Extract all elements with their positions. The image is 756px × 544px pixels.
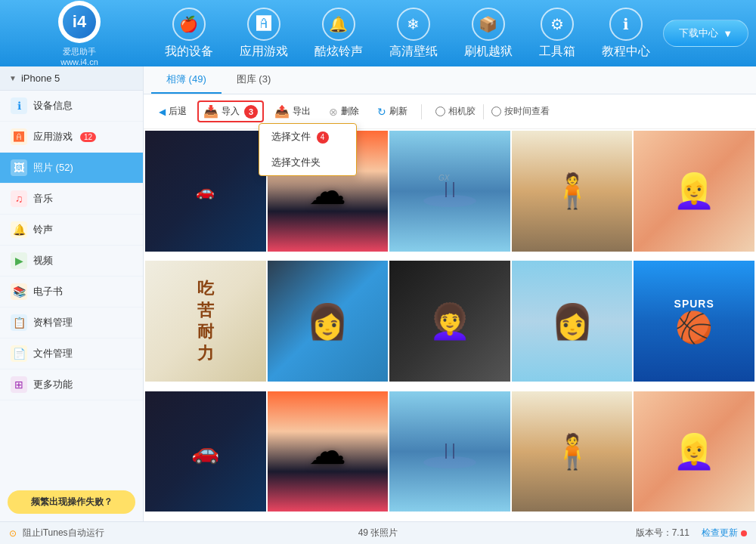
video-icon: ▶ [11,252,27,269]
sidebar-item-data-mgmt-label: 资料管理 [33,316,73,329]
photo-cell-9[interactable]: 👩 [512,261,633,382]
nav-bar: 🍎 我的设备 🅰 应用游戏 🔔 酷炫铃声 ❄ 高清壁纸 📦 刷机越狱 ⚙ 工具箱… [151,2,663,66]
download-arrow-icon: ▼ [723,28,733,39]
sidebar-item-video[interactable]: ▶ 视频 [0,246,143,277]
trouble-button[interactable]: 频繁出现操作失败？ [8,490,135,514]
jailbreak-icon: 📦 [472,8,505,41]
photos-icon: 🖼 [11,159,27,176]
logo-url: www.i4.cn [60,57,98,66]
statusbar-left: ⊙ 阻止iTunes自动运行 [9,527,104,539]
bytime-label: 按时间查看 [504,105,550,118]
toolbar: ◀ 后退 📥 导入 3 📤 导出 ⊗ 删除 ↻ 刷新 [144,94,756,129]
toolbox-icon: ⚙ [541,8,574,41]
nav-tutorials-label: 教程中心 [602,44,650,60]
file-mgmt-icon: 📄 [11,345,27,362]
bytime-radio[interactable] [491,107,501,116]
sidebar-item-device-info[interactable]: ℹ 设备信息 [0,91,143,122]
sidebar-item-file-mgmt[interactable]: 📄 文件管理 [0,338,143,369]
sidebar-item-music-label: 音乐 [33,192,53,206]
photo-cell-13[interactable] [389,391,510,512]
download-label: 下载中心 [679,26,718,40]
download-center-button[interactable]: 下载中心 ▼ [663,20,748,47]
sidebar-item-photos-label: 照片 (52) [33,161,73,175]
photo-overlay-10: SPURS 🏀 [634,261,754,382]
photo-cell-14[interactable]: 🧍 [512,391,633,512]
ebooks-icon: 📚 [11,283,27,300]
export-button[interactable]: 📤 导出 [267,100,318,122]
photo-cell-11[interactable]: 🚗 [145,391,266,512]
photo-overlay-15: 👱‍♀️ [634,391,754,512]
select-file-item[interactable]: 选择文件 4 [259,124,356,150]
import-button[interactable]: 📥 导入 [203,104,240,119]
nav-tutorials[interactable]: ℹ 教程中心 [590,2,662,66]
stop-itunes-icon: ⊙ [9,528,17,539]
photo-cell-8[interactable]: 👩‍🦱 [389,261,510,382]
photo-cell-15[interactable]: 👱‍♀️ [634,391,754,512]
tab-album[interactable]: 相簿 (49) [151,66,222,94]
select-file-label: 选择文件 [271,131,311,142]
delete-button[interactable]: ⊗ 删除 [321,101,367,122]
nav-apps-games[interactable]: 🅰 应用游戏 [228,2,300,66]
device-arrow-icon: ▼ [9,74,17,82]
photo-cell-12[interactable]: ☁ [268,391,389,512]
tab-gallery[interactable]: 图库 (3) [222,66,287,94]
nav-toolbox-label: 工具箱 [539,44,575,60]
sidebar-item-ringtones[interactable]: 🔔 铃声 [0,215,143,246]
check-update-label: 检查更新 [702,527,738,539]
select-folder-item[interactable]: 选择文件夹 [259,150,356,175]
import-button-container: 📥 导入 3 [197,100,264,122]
export-icon: 📤 [274,104,290,119]
nav-wallpapers[interactable]: ❄ 高清壁纸 [377,2,450,66]
check-update-button[interactable]: 检查更新 [702,527,747,539]
apps-badge: 12 [80,132,96,142]
photo-cell-7[interactable]: 👩 [268,261,389,382]
sidebar-item-music[interactable]: ♫ 音乐 [0,184,143,215]
photo-cell-3[interactable]: GX [389,131,510,252]
photo-count: 49 张照片 [358,527,398,539]
logo-icon: i4 [58,1,101,43]
export-label: 导出 [293,105,311,118]
sidebar-item-apps-label: 应用游戏 [33,130,73,144]
more-icon: ⊞ [11,376,27,393]
version-label: 版本号：7.11 [636,527,689,539]
photo-cell-5[interactable]: 👱‍♀️ [634,131,754,252]
nav-ringtones[interactable]: 🔔 酷炫铃声 [302,2,375,66]
sidebar-item-data-mgmt[interactable]: 📋 资料管理 [0,308,143,338]
svg-point-0 [423,195,476,207]
photo-cell-6[interactable]: 吃 苦 耐 力 [145,261,266,382]
ringtone-icon: 🔔 [11,221,27,238]
nav-jailbreak[interactable]: 📦 刷机越狱 [452,2,525,66]
sidebar-item-ebooks-label: 电子书 [33,285,63,298]
photo-cell-4[interactable]: 🧍 [512,131,633,252]
sidebar-item-apps[interactable]: 🅰 应用游戏 12 [0,122,143,153]
nav-my-device[interactable]: 🍎 我的设备 [153,2,225,66]
photo-overlay-7: 👩 [268,261,389,382]
header: i4 爱思助手 www.i4.cn 🍎 我的设备 🅰 应用游戏 🔔 酷炫铃声 ❄… [0,0,756,66]
toolbar-separator [421,104,422,119]
photo-overlay-8: 👩‍🦱 [389,261,510,382]
photo-overlay-3: GX [389,131,510,252]
photo-cell-1[interactable]: 🚗 [145,131,266,252]
sidebar-item-more[interactable]: ⊞ 更多功能 [0,369,143,400]
sidebar-item-photos[interactable]: 🖼 照片 (52) [0,153,143,184]
sidebar-item-ebooks[interactable]: 📚 电子书 [0,277,143,308]
photo-cell-10[interactable]: SPURS 🏀 [634,261,754,382]
bytime-radio-label[interactable]: 按时间查看 [491,105,550,118]
photo-overlay-4: 🧍 [512,131,633,252]
photo-overlay-5: 👱‍♀️ [634,131,754,252]
delete-icon: ⊗ [329,106,338,118]
import-icon: 📥 [203,104,218,119]
photo-overlay-12: ☁ [268,391,389,512]
sidebar-item-file-mgmt-label: 文件管理 [33,347,73,360]
nav-toolbox[interactable]: ⚙ 工具箱 [527,2,587,66]
delete-label: 删除 [341,105,359,118]
back-button[interactable]: ◀ 后退 [151,101,194,122]
refresh-button[interactable]: ↻ 刷新 [370,101,415,122]
main-layout: ▼ iPhone 5 ℹ 设备信息 🅰 应用游戏 12 🖼 照片 (52) ♫ … [0,66,756,521]
tutorials-icon: ℹ [609,8,643,41]
radio-separator [483,104,484,119]
svg-text:GX: GX [438,174,450,182]
sidebar: ▼ iPhone 5 ℹ 设备信息 🅰 应用游戏 12 🖼 照片 (52) ♫ … [0,66,144,521]
camera-radio[interactable] [435,107,445,116]
camera-radio-label[interactable]: 相机胶 [435,105,476,118]
